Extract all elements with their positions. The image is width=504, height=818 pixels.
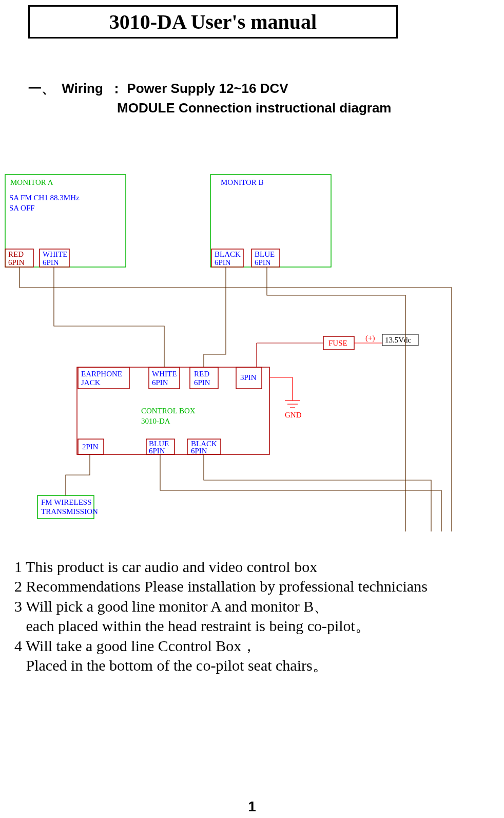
fuse-box: FUSE	[323, 336, 354, 350]
monitor-a-label: MONITOR A	[10, 178, 53, 186]
monitor-b-box: MONITOR B BLACK 6PIN BLUE 6PIN	[210, 175, 331, 267]
ctrl-red-label2: 6PIN	[194, 378, 210, 387]
fm-wireless-box: FM WIRELESS TRANSMISSION	[37, 496, 98, 519]
ctrl-blue-label2: 6PIN	[149, 447, 165, 455]
control-box-label1: CONTROL BOX	[141, 407, 196, 415]
section-heading: 一、 Wiring ： Power Supply 12~16 DCV	[28, 80, 288, 98]
sa-fm-label: SA FM CH1 88.3MHz	[9, 194, 80, 202]
fm-label2: TRANSMISSION	[41, 507, 98, 516]
fm-label1: FM WIRELESS	[41, 498, 92, 506]
ctrl-white-label1: WHITE	[152, 370, 177, 378]
3pin-label: 3PIN	[240, 373, 257, 382]
section-subheading: MODULE Connection instructional diagram	[117, 100, 391, 116]
monitor-b-blue-pin: 6PIN	[255, 258, 271, 267]
control-box: CONTROL BOX 3010-DA EARPHONE JACK WHITE …	[77, 367, 269, 455]
note-4: 4 Will take a good line Ccontrol Box，	[14, 636, 476, 656]
plus-label: (+)	[365, 334, 375, 343]
section-power: Power Supply 12~16 DCV	[127, 81, 288, 96]
fuse-label: FUSE	[328, 339, 347, 347]
gnd-label: GND	[285, 411, 302, 419]
note-3b: each placed within the head restraint is…	[14, 616, 476, 636]
earphone-label2: JACK	[81, 378, 101, 387]
note-4b: Placed in the bottom of the co-pilot sea…	[14, 656, 476, 675]
wiring-lines	[20, 267, 452, 531]
monitor-a-white-label: WHITE	[43, 250, 67, 258]
sa-off-label: SA OFF	[9, 204, 35, 212]
wiring-diagram: MONITOR A SA FM CH1 88.3MHz SA OFF RED 6…	[0, 172, 504, 531]
vdc-label: 13.5Vdc	[385, 336, 412, 344]
page-number: 1	[0, 798, 504, 815]
earphone-label1: EARPHONE	[81, 370, 122, 378]
monitor-a-red-pin: 6PIN	[8, 258, 25, 267]
control-box-label2: 3010-DA	[141, 417, 170, 425]
monitor-a-white-pin: 6PIN	[43, 258, 59, 267]
monitor-b-black-label: BLACK	[215, 250, 241, 258]
ctrl-black-label2: 6PIN	[191, 447, 207, 455]
section-wiring: Wiring	[62, 81, 103, 96]
page-title: 3010-DA User's manual	[109, 10, 317, 34]
notes-block: 1 This product is car audio and video co…	[14, 557, 476, 675]
monitor-b-label: MONITOR B	[221, 178, 263, 186]
ctrl-red-label1: RED	[194, 370, 209, 378]
note-3: 3 Will pick a good line monitor A and mo…	[14, 597, 476, 616]
note-1: 1 This product is car audio and video co…	[14, 557, 476, 577]
title-frame: 3010-DA User's manual	[28, 5, 398, 39]
2pin-label: 2PIN	[82, 443, 99, 451]
gnd-symbol: GND	[269, 377, 302, 419]
section-prefix: 一、	[28, 81, 55, 96]
monitor-b-blue-label: BLUE	[255, 250, 275, 258]
ctrl-white-label2: 6PIN	[152, 378, 168, 387]
note-2: 2 Recommendations Please installation by…	[14, 577, 476, 596]
monitor-b-black-pin: 6PIN	[215, 258, 231, 267]
monitor-a-box: MONITOR A SA FM CH1 88.3MHz SA OFF RED 6…	[5, 175, 126, 267]
monitor-a-red-label: RED	[8, 250, 24, 258]
section-colon: ：	[110, 81, 123, 96]
